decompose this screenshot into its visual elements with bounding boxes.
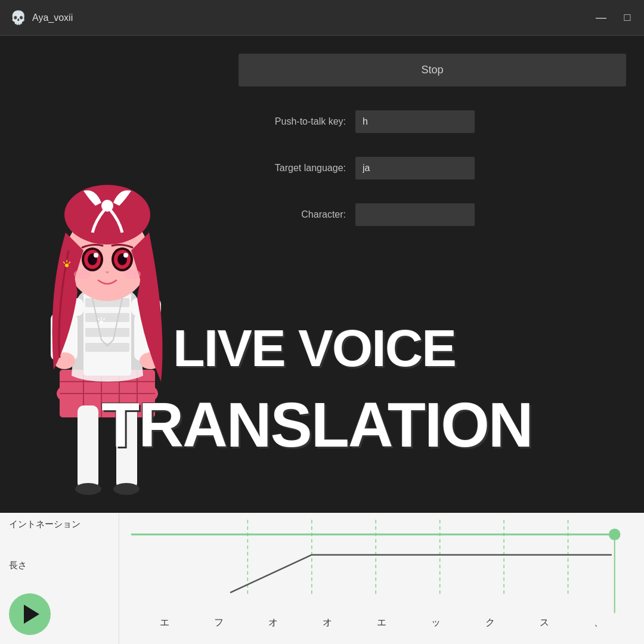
svg-point-38 <box>65 264 69 267</box>
minimize-button[interactable]: — <box>594 11 608 25</box>
svg-point-26 <box>64 185 150 244</box>
character-input[interactable] <box>355 203 475 226</box>
titlebar-left: 💀 Aya_voxii <box>10 10 73 26</box>
target-language-row: Target language: <box>239 157 626 179</box>
svg-rect-9 <box>78 405 98 489</box>
svg-point-35 <box>123 253 128 258</box>
controls-area: Stop Push-to-talk key: Target language: … <box>227 36 644 513</box>
character-image <box>0 83 215 513</box>
svg-point-12 <box>113 483 140 495</box>
phoneme-9: 、 <box>594 617 603 629</box>
svg-point-36 <box>74 270 91 279</box>
svg-rect-10 <box>116 405 137 489</box>
target-language-label: Target language: <box>239 163 346 174</box>
play-icon <box>24 605 39 624</box>
maximize-button[interactable]: □ <box>620 11 634 25</box>
app-icon: 💀 <box>10 10 26 26</box>
intonation-chart <box>131 519 632 614</box>
push-to-talk-row: Push-to-talk key: <box>239 110 626 133</box>
titlebar-controls: — □ <box>594 11 634 25</box>
main-area: Stop Push-to-talk key: Target language: … <box>0 36 644 513</box>
phoneme-7: ク <box>485 617 495 629</box>
svg-point-37 <box>124 270 141 279</box>
push-to-talk-input[interactable] <box>355 110 475 133</box>
intonation-label: イントネーション <box>9 519 110 530</box>
phoneme-6: ッ <box>431 617 441 629</box>
character-row: Character: <box>239 203 626 226</box>
phoneme-8: ス <box>540 617 549 629</box>
app-title: Aya_voxii <box>32 13 73 23</box>
character-label: Character: <box>239 209 346 220</box>
phoneme-2: フ <box>214 617 224 629</box>
titlebar: 💀 Aya_voxii — □ <box>0 0 644 36</box>
phoneme-4: オ <box>323 617 332 629</box>
bottom-left-panel: イントネーション 長さ <box>0 513 119 644</box>
stop-button[interactable]: Stop <box>239 54 626 86</box>
target-language-input[interactable] <box>355 157 475 179</box>
phoneme-3: オ <box>268 617 278 629</box>
svg-point-42 <box>100 321 103 324</box>
play-button[interactable] <box>9 593 51 635</box>
phoneme-5: エ <box>377 617 386 629</box>
character-area <box>0 36 227 513</box>
svg-point-11 <box>75 483 101 495</box>
bottom-panel: イントネーション 長さ エ フ オ オ <box>0 513 644 644</box>
svg-point-34 <box>94 253 98 258</box>
length-label: 長さ <box>9 560 110 571</box>
phoneme-1: エ <box>160 617 169 629</box>
chart-area: エ フ オ オ エ ッ ク ス 、 <box>119 513 644 644</box>
push-to-talk-label: Push-to-talk key: <box>239 116 346 127</box>
phoneme-row: エ フ オ オ エ ッ ク ス 、 <box>131 617 632 629</box>
